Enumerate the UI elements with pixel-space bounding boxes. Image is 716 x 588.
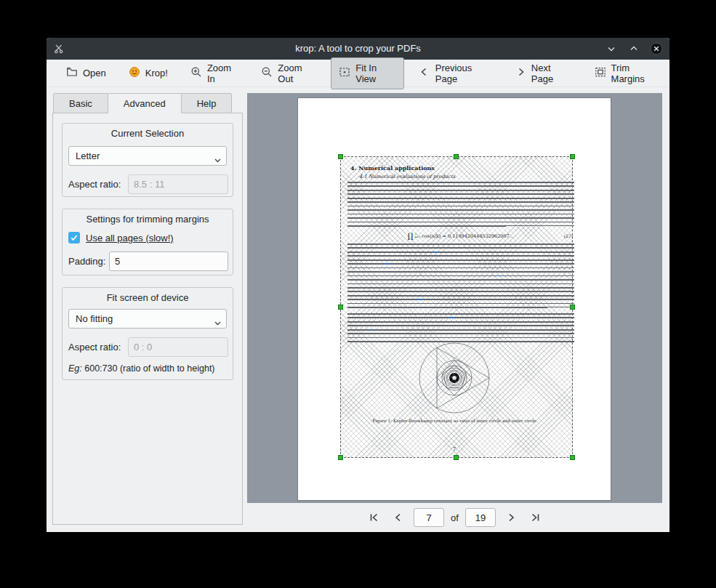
- example-hint: Eg: 600:730 (ratio of width to height): [68, 363, 215, 374]
- previous-page-icon[interactable]: [390, 509, 407, 526]
- padding-label: Padding:: [68, 256, 105, 267]
- next-page-button[interactable]: Next Page: [507, 57, 580, 89]
- maximize-icon[interactable]: [627, 42, 640, 55]
- tab-basic[interactable]: Basic: [53, 93, 108, 113]
- preview-area: 4. Numerical applications 4.1 Numerical …: [247, 93, 662, 503]
- device-aspect-field: [128, 337, 228, 357]
- group-title: Settings for trimming margins: [63, 214, 233, 225]
- trim-margins-button[interactable]: Trim Margins: [587, 57, 669, 89]
- current-page-input[interactable]: [414, 508, 444, 527]
- first-page-icon[interactable]: [366, 509, 383, 526]
- chevron-right-icon: [515, 66, 526, 80]
- group-title: Current Selection: [63, 128, 233, 139]
- toolbar: Open Krop! Zoom In Zoom Out Fit In View …: [47, 60, 669, 87]
- group-title: Fit screen of device: [63, 292, 233, 303]
- aspect-ratio-label: Aspect ratio:: [68, 342, 121, 353]
- krop-button[interactable]: Krop!: [121, 61, 176, 85]
- chevron-down-icon: [214, 154, 221, 165]
- close-icon[interactable]: [650, 42, 663, 55]
- total-pages-field[interactable]: [465, 508, 496, 527]
- zoom-out-icon: [261, 66, 273, 80]
- folder-icon: [66, 66, 78, 80]
- selection-handle-bottom-right[interactable]: [570, 455, 575, 460]
- fitting-dropdown[interactable]: No fitting: [68, 309, 227, 329]
- fit-in-view-button[interactable]: Fit In View: [331, 57, 403, 89]
- padding-input[interactable]: [109, 251, 228, 271]
- tab-help[interactable]: Help: [181, 93, 233, 113]
- chevron-down-icon: [214, 317, 221, 328]
- chevron-left-icon: [419, 66, 430, 80]
- open-button[interactable]: Open: [58, 61, 114, 85]
- use-all-pages-label[interactable]: Use all pages (slow!): [86, 233, 174, 243]
- tab-advanced[interactable]: Advanced: [108, 93, 182, 113]
- titlebar[interactable]: krop: A tool to crop your PDFs: [47, 38, 669, 60]
- window-title: krop: A tool to crop your PDFs: [47, 38, 669, 60]
- page-navigation: of: [247, 503, 662, 532]
- aspect-ratio-label: Aspect ratio:: [68, 179, 121, 190]
- use-all-pages-checkbox[interactable]: [68, 232, 80, 243]
- zoom-out-button[interactable]: Zoom Out: [253, 57, 324, 89]
- trim-margins-icon: [595, 66, 606, 80]
- crop-selection[interactable]: [340, 156, 573, 458]
- zoom-in-icon: [190, 66, 202, 80]
- selection-handle-bottom-middle[interactable]: [454, 455, 459, 460]
- next-page-icon[interactable]: [502, 509, 520, 526]
- zoom-in-button[interactable]: Zoom In: [182, 57, 246, 89]
- pdf-page[interactable]: 4. Numerical applications 4.1 Numerical …: [298, 98, 611, 500]
- selection-handle-top-right[interactable]: [570, 154, 575, 159]
- app-window: krop: A tool to crop your PDFs Open: [47, 38, 669, 532]
- trim-settings-group: Settings for trimming margins Use all pa…: [62, 209, 233, 275]
- selection-handle-middle-left[interactable]: [338, 305, 343, 310]
- page-size-dropdown[interactable]: Letter: [68, 146, 227, 166]
- of-label: of: [451, 512, 459, 523]
- smiley-icon: [129, 66, 140, 80]
- fit-in-view-icon: [339, 66, 350, 80]
- sidebar-panel: Current Selection Letter Aspect ratio: S…: [52, 113, 243, 525]
- selection-handle-middle-right[interactable]: [570, 305, 575, 310]
- sidebar-tabs: Basic Advanced Help: [53, 93, 231, 113]
- last-page-icon[interactable]: [526, 509, 544, 526]
- selection-handle-top-left[interactable]: [338, 154, 343, 159]
- aspect-ratio-field: [128, 174, 228, 194]
- current-selection-group: Current Selection Letter Aspect ratio:: [62, 123, 233, 197]
- selection-handle-top-middle[interactable]: [454, 154, 459, 159]
- minimize-icon[interactable]: [605, 42, 618, 55]
- fit-device-group: Fit screen of device No fitting Aspect r…: [62, 287, 233, 380]
- selection-handle-bottom-left[interactable]: [338, 455, 343, 460]
- previous-page-button[interactable]: Previous Page: [411, 57, 500, 89]
